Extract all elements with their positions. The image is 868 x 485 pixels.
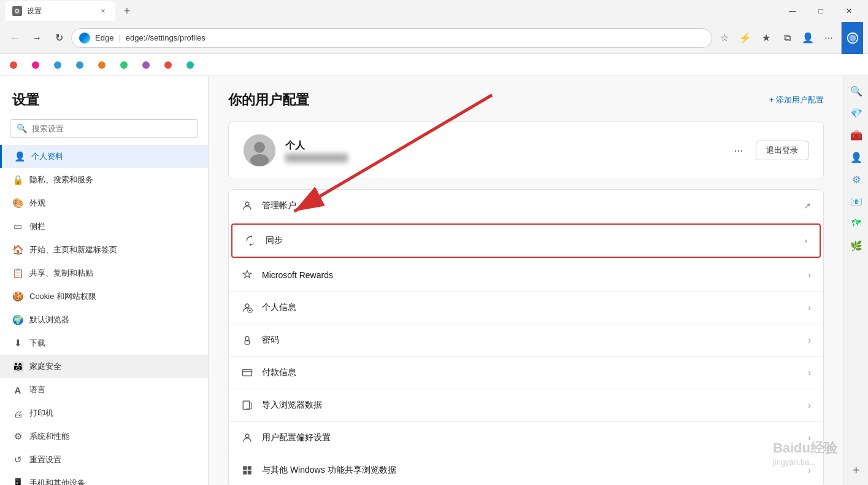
star-icon[interactable]: ★ xyxy=(756,28,776,48)
bookmark-item[interactable] xyxy=(27,58,47,72)
settings-item-import[interactable]: 导入浏览器数据 › xyxy=(229,389,823,422)
family-safety-nav-icon: 👨‍👩‍👧 xyxy=(12,361,23,372)
bookmark-item[interactable] xyxy=(93,58,113,72)
edge-tools-sidebar: 🔍 💎 🧰 👤 ⚙ 📧 🗺 🌿 + xyxy=(843,76,868,485)
collections-icon[interactable]: ⚡ xyxy=(735,28,755,48)
bookmark-item[interactable] xyxy=(115,58,135,72)
import-icon xyxy=(241,399,253,411)
back-button[interactable]: ← xyxy=(5,28,25,48)
bookmark-dot xyxy=(32,61,39,69)
bookmark-dot xyxy=(164,61,172,69)
avatar xyxy=(244,134,275,166)
manage-account-icon xyxy=(241,200,253,212)
bookmark-item[interactable] xyxy=(159,58,179,72)
active-tab[interactable]: ⚙ 设置 × xyxy=(5,1,115,21)
settings-item-share-windows[interactable]: 与其他 Windows 功能共享浏览数据 › xyxy=(229,454,823,485)
address-separator: | xyxy=(118,33,120,42)
sidebar-item-label: 共享、复制和粘贴 xyxy=(29,268,93,279)
sidebar-item-printer[interactable]: 🖨 打印机 xyxy=(0,402,208,425)
profile-icon[interactable]: 👤 xyxy=(798,28,818,48)
sidebar-item-label: 语言 xyxy=(29,384,45,395)
svg-rect-8 xyxy=(243,370,252,376)
sync-icon xyxy=(245,235,257,247)
printer-nav-icon: 🖨 xyxy=(12,408,23,419)
sidebar-item-privacy[interactable]: 🔒 隐私、搜索和服务 xyxy=(0,168,208,192)
tools-bag-icon[interactable]: 🧰 xyxy=(847,125,866,145)
sidebar-item-label: 个人资料 xyxy=(31,151,63,162)
search-input[interactable] xyxy=(32,124,191,133)
search-settings[interactable]: 🔍 xyxy=(10,119,198,138)
tools-edge-icon[interactable]: ⚙ xyxy=(847,169,866,189)
bookmark-item[interactable] xyxy=(5,58,25,72)
settings-item-sync[interactable]: 同步 › xyxy=(231,223,821,258)
add-profile-button[interactable]: + 添加用户配置 xyxy=(769,95,824,106)
svg-rect-13 xyxy=(248,466,252,470)
toolbar-icons: ☆ ⚡ ★ ⧉ 👤 ··· xyxy=(715,28,839,48)
settings-item-label: 用户配置偏好设置 xyxy=(262,432,799,443)
bookmark-dot xyxy=(120,61,128,69)
bookmark-item[interactable] xyxy=(182,58,201,72)
sidebar-item-start[interactable]: 🏠 开始、主页和新建标签页 xyxy=(0,238,208,262)
sidebar-item-default-browser[interactable]: 🌍 默认浏览器 xyxy=(0,308,208,332)
settings-item-payment[interactable]: 付款信息 › xyxy=(229,357,823,389)
settings-item-label: 同步 xyxy=(266,235,796,246)
close-button[interactable]: ✕ xyxy=(835,0,863,22)
svg-point-3 xyxy=(245,202,249,206)
sidebar-item-share[interactable]: 📋 共享、复制和粘贴 xyxy=(0,262,208,285)
tools-gem-icon[interactable]: 💎 xyxy=(847,103,866,123)
tab-close-button[interactable]: × xyxy=(98,6,108,16)
sidebar-item-system[interactable]: ⚙ 系统和性能 xyxy=(0,425,208,448)
sidebar-item-label: 下载 xyxy=(29,338,45,349)
sidebar-item-label: 外观 xyxy=(29,198,45,209)
sidebar-item-language[interactable]: A 语言 xyxy=(0,378,208,402)
settings-item-personal-info[interactable]: 个人信息 › xyxy=(229,292,823,324)
tools-maps-icon[interactable]: 🗺 xyxy=(847,214,866,233)
sidebar-item-sidebar[interactable]: ▭ 侧栏 xyxy=(0,215,208,238)
logout-button[interactable]: 退出登录 xyxy=(756,141,808,160)
maximize-button[interactable]: □ xyxy=(807,0,835,22)
split-screen-icon[interactable]: ⧉ xyxy=(777,28,797,48)
settings-item-manage-account[interactable]: 管理帐户 ↗ xyxy=(229,190,823,222)
forward-button[interactable]: → xyxy=(27,28,47,48)
system-nav-icon: ⚙ xyxy=(12,431,23,442)
sidebar-item-mobile[interactable]: 📱 手机和其他设备 xyxy=(0,471,208,485)
profile-name: 个人 xyxy=(285,139,719,152)
settings-item-password[interactable]: 密码 › xyxy=(229,324,823,357)
new-tab-button[interactable]: + xyxy=(118,2,136,20)
settings-item-profile-preferences[interactable]: 用户配置偏好设置 › xyxy=(229,422,823,454)
tools-user-icon[interactable]: 👤 xyxy=(847,147,866,167)
reset-nav-icon: ↺ xyxy=(12,454,23,465)
profile-card: 个人 ████████████ ··· 退出登录 xyxy=(228,122,824,179)
sidebar-item-reset[interactable]: ↺ 重置设置 xyxy=(0,448,208,471)
address-input[interactable]: Edge | edge://settings/profiles xyxy=(71,28,712,48)
bookmark-item[interactable] xyxy=(49,58,69,72)
bing-icon[interactable] xyxy=(841,22,863,54)
profile-more-button[interactable]: ··· xyxy=(729,141,748,160)
sidebar-item-downloads[interactable]: ⬇ 下载 xyxy=(0,332,208,355)
settings-item-rewards[interactable]: Microsoft Rewards › xyxy=(229,259,823,292)
external-link-icon: ↗ xyxy=(804,201,811,211)
sidebar-item-profile[interactable]: 👤 个人资料 xyxy=(0,145,208,168)
svg-rect-14 xyxy=(243,471,247,475)
bookmark-item[interactable] xyxy=(71,58,91,72)
sidebar-item-appearance[interactable]: 🎨 外观 xyxy=(0,192,208,215)
settings-item-label: 付款信息 xyxy=(262,367,799,378)
bookmark-item[interactable] xyxy=(137,58,157,72)
svg-rect-12 xyxy=(243,466,247,470)
more-menu-icon[interactable]: ··· xyxy=(819,28,839,48)
privacy-nav-icon: 🔒 xyxy=(12,174,23,185)
sidebar-item-family-safety[interactable]: 👨‍👩‍👧 家庭安全 xyxy=(0,355,208,378)
sidebar-item-label: 隐私、搜索和服务 xyxy=(29,174,93,185)
sidebar-nav-icon: ▭ xyxy=(12,221,23,232)
tools-add-icon[interactable]: + xyxy=(847,460,866,480)
tools-outlook-icon[interactable]: 📧 xyxy=(847,192,866,211)
tools-search-icon[interactable]: 🔍 xyxy=(847,81,866,101)
favorites-icon[interactable]: ☆ xyxy=(715,28,734,48)
refresh-button[interactable]: ↻ xyxy=(49,28,69,48)
sidebar-item-cookies[interactable]: 🍪 Cookie 和网站权限 xyxy=(0,285,208,308)
tools-eco-icon[interactable]: 🌿 xyxy=(847,236,866,255)
settings-sidebar: 设置 🔍 👤 个人资料 🔒 隐私、搜索和服务 🎨 外观 ▭ 侧栏 xyxy=(0,76,209,485)
settings-item-label: 密码 xyxy=(262,335,799,346)
settings-item-label: 个人信息 xyxy=(262,302,799,313)
minimize-button[interactable]: — xyxy=(778,0,807,22)
